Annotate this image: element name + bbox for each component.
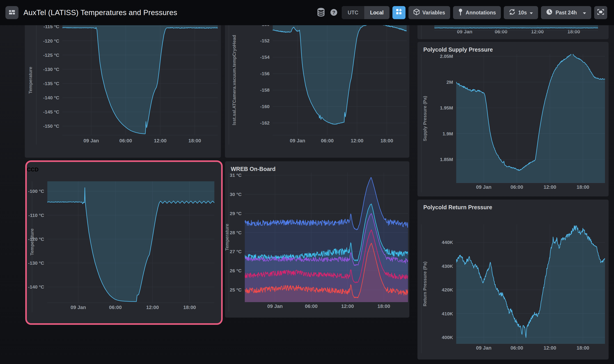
svg-text:12:00: 12:00 <box>146 305 159 310</box>
svg-text:-140 °C: -140 °C <box>28 284 44 289</box>
svg-text:12:00: 12:00 <box>531 29 544 35</box>
chart-canvas-wreb-on-board[interactable]: 31 °C30 °C29 °C28 °C27 °C26 °C25 °C09 Ja… <box>225 161 409 318</box>
dashboard-title: AuxTel (LATISS) Temperatures and Pressur… <box>24 8 316 17</box>
svg-text:-115 °C: -115 °C <box>43 25 59 29</box>
svg-text:25 °C: 25 °C <box>230 287 242 292</box>
svg-text:06:00: 06:00 <box>305 303 318 309</box>
svg-text:440K: 440K <box>442 240 453 245</box>
dashboard-grid-icon <box>8 9 16 17</box>
svg-text:06:00: 06:00 <box>120 138 132 143</box>
svg-text:27 °C: 27 °C <box>230 249 242 254</box>
chart-canvas-ccd[interactable]: -100 °C-110 °C-120 °C-130 °C-140 °C09 Ja… <box>27 162 221 323</box>
svg-text:-125 °C: -125 °C <box>43 52 59 58</box>
header-actions: ? UTC Local <box>316 6 607 19</box>
header-toolbar: AuxTel (LATISS) Temperatures and Pressur… <box>0 0 614 25</box>
cube-icon <box>414 9 420 17</box>
svg-text:-100 °C: -100 °C <box>28 189 44 194</box>
svg-text:29 °C: 29 °C <box>230 211 242 216</box>
svg-text:06:00: 06:00 <box>321 138 334 143</box>
svg-text:09 Jan: 09 Jan <box>83 138 99 143</box>
timezone-local-button[interactable]: Local <box>364 6 389 19</box>
timezone-toggle: UTC Local <box>342 6 389 19</box>
svg-text:28 °C: 28 °C <box>230 230 242 235</box>
refresh-interval-button[interactable]: 10s <box>504 6 538 19</box>
svg-text:18:00: 18:00 <box>377 303 390 309</box>
svg-text:06:00: 06:00 <box>495 29 507 35</box>
svg-text:09 Jan: 09 Jan <box>267 303 283 309</box>
chart-canvas-temp-cryo-head[interactable]: -150-152-154-156-158-160-16209 Jan06:001… <box>225 25 409 158</box>
svg-text:-120 °C: -120 °C <box>43 38 59 43</box>
panel-title: WREB On-Board <box>231 166 276 172</box>
svg-text:-130 °C: -130 °C <box>28 260 44 266</box>
svg-text:430K: 430K <box>442 263 453 269</box>
time-range-button[interactable]: Past 24h <box>541 6 591 19</box>
svg-text:18:00: 18:00 <box>183 305 196 310</box>
svg-text:-162: -162 <box>260 120 270 126</box>
svg-text:12:00: 12:00 <box>154 138 167 143</box>
panel-wreb-on-board[interactable]: WREB On-Board Temperature 31 °C30 °C29 °… <box>225 161 409 318</box>
svg-text:-150 °C: -150 °C <box>43 123 59 129</box>
svg-text:09 Jan: 09 Jan <box>476 184 492 190</box>
presentation-mode-icon <box>597 9 604 17</box>
panel-polycold-return-pressure[interactable]: Polycold Return Pressure Return Pressure… <box>417 200 609 360</box>
svg-text:2.05M: 2.05M <box>440 54 453 59</box>
panel-ccd-highlight-border[interactable]: CCD Temperature -100 °C-110 °C-120 °C-13… <box>25 160 223 325</box>
svg-text:06:00: 06:00 <box>510 184 523 190</box>
svg-text:31 °C: 31 °C <box>230 172 242 178</box>
dashboards-nav-button[interactable] <box>5 6 18 19</box>
chart-canvas-polycold-return-pressure[interactable]: 440K430K420K410K400K09 Jan06:0012:0018:0… <box>417 200 609 360</box>
svg-text:18:00: 18:00 <box>188 138 201 143</box>
svg-text:-110 °C: -110 °C <box>28 213 44 218</box>
svg-text:09 Jan: 09 Jan <box>290 138 306 143</box>
time-range-label: Past 24h <box>555 10 577 16</box>
chart-canvas-clipped-top[interactable]: 09 Jan06:0012:0018:00 <box>417 25 609 39</box>
svg-text:09 Jan: 09 Jan <box>70 305 86 310</box>
annotation-pin-icon <box>458 8 463 17</box>
annotations-button[interactable]: Annotations <box>453 6 501 19</box>
variables-button[interactable]: Variables <box>408 6 450 19</box>
clock-icon <box>546 9 553 17</box>
svg-text:30 °C: 30 °C <box>230 192 242 197</box>
panel-cryo-temperature[interactable]: Temperature -115 °C-120 °C-125 °C-130 °C… <box>25 25 221 158</box>
timezone-utc-button[interactable]: UTC <box>342 6 364 19</box>
dashboard-screen: AuxTel (LATISS) Temperatures and Pressur… <box>0 0 614 364</box>
svg-text:-120 °C: -120 °C <box>28 236 44 242</box>
svg-text:18:00: 18:00 <box>567 29 580 35</box>
svg-text:-160: -160 <box>260 104 270 109</box>
svg-text:1.95M: 1.95M <box>440 105 453 110</box>
svg-text:18:00: 18:00 <box>380 138 393 143</box>
svg-text:2M: 2M <box>447 79 453 85</box>
presentation-mode-button[interactable] <box>594 6 607 19</box>
panel-temp-cryo-head[interactable]: lsst.sal.ATCamera.vacuum.tempCryoHead -1… <box>225 25 409 158</box>
svg-text:06:00: 06:00 <box>510 345 523 351</box>
svg-text:26 °C: 26 °C <box>230 268 242 273</box>
svg-text:-145 °C: -145 °C <box>43 109 59 115</box>
svg-text:-135 °C: -135 °C <box>43 81 59 86</box>
svg-text:-152: -152 <box>260 38 270 43</box>
svg-text:06:00: 06:00 <box>109 305 122 310</box>
refresh-interval-label: 10s <box>518 10 527 16</box>
chart-canvas-cryo-temperature[interactable]: -115 °C-120 °C-125 °C-130 °C-135 °C-140 … <box>25 25 221 158</box>
svg-text:?: ? <box>333 10 335 15</box>
panel-clipped-top[interactable]: 09 Jan06:0012:0018:00 <box>417 25 609 39</box>
svg-text:1.85M: 1.85M <box>440 157 453 162</box>
chart-canvas-polycold-supply-pressure[interactable]: 2.05M2M1.95M1.9M1.85M09 Jan06:0012:0018:… <box>417 42 609 196</box>
panel-polycold-supply-pressure[interactable]: Polycold Supply Pressure Supply Pressure… <box>417 42 609 196</box>
svg-text:-130 °C: -130 °C <box>43 67 59 72</box>
svg-text:-140 °C: -140 °C <box>43 95 59 100</box>
help-icon: ? <box>329 8 338 18</box>
caret-down-icon <box>583 10 586 16</box>
help-button[interactable]: ? <box>329 8 339 18</box>
svg-text:400K: 400K <box>442 335 453 340</box>
svg-text:-150: -150 <box>260 25 270 27</box>
svg-text:18:00: 18:00 <box>577 184 589 190</box>
sources-button[interactable] <box>316 8 326 18</box>
svg-text:-156: -156 <box>260 71 270 76</box>
caret-down-icon <box>530 10 533 16</box>
svg-text:-154: -154 <box>260 54 270 60</box>
panel-title: Polycold Supply Pressure <box>423 46 493 53</box>
add-cell-button[interactable] <box>392 6 405 19</box>
database-icon <box>317 7 325 18</box>
variables-label: Variables <box>422 10 445 16</box>
add-cell-icon <box>395 8 402 17</box>
